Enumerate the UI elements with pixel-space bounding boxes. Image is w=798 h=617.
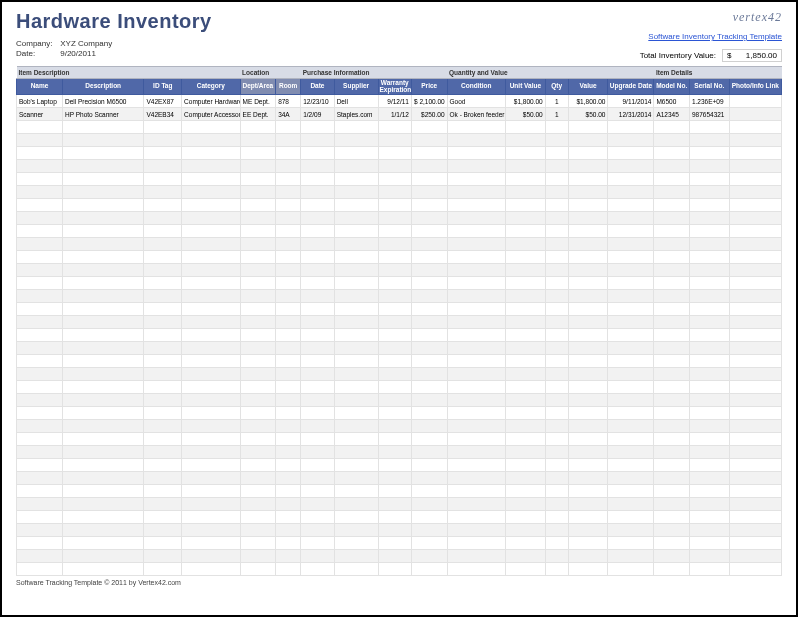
cell-qty[interactable]: [545, 147, 568, 160]
cell-value[interactable]: [568, 238, 608, 251]
cell-model[interactable]: [654, 121, 690, 134]
cell-warranty[interactable]: [378, 277, 411, 290]
cell-room[interactable]: 34A: [276, 108, 301, 121]
cell-price[interactable]: [411, 498, 447, 511]
cell-unit_value[interactable]: [506, 147, 546, 160]
cell-dept[interactable]: [240, 121, 276, 134]
cell-category[interactable]: [182, 277, 241, 290]
cell-room[interactable]: [276, 394, 301, 407]
cell-value[interactable]: [568, 160, 608, 173]
cell-id_tag[interactable]: [144, 290, 182, 303]
cell-room[interactable]: [276, 511, 301, 524]
cell-room[interactable]: [276, 433, 301, 446]
cell-value[interactable]: [568, 446, 608, 459]
cell-name[interactable]: [17, 303, 63, 316]
cell-category[interactable]: [182, 550, 241, 563]
cell-description[interactable]: [62, 550, 144, 563]
cell-qty[interactable]: [545, 433, 568, 446]
cell-warranty[interactable]: [378, 550, 411, 563]
cell-model[interactable]: [654, 563, 690, 576]
cell-photo[interactable]: [729, 485, 781, 498]
cell-description[interactable]: [62, 134, 144, 147]
cell-room[interactable]: [276, 550, 301, 563]
cell-supplier[interactable]: Staples.com: [334, 108, 378, 121]
cell-name[interactable]: [17, 264, 63, 277]
cell-supplier[interactable]: [334, 511, 378, 524]
cell-upgrade[interactable]: [608, 407, 654, 420]
cell-condition[interactable]: [447, 459, 506, 472]
cell-description[interactable]: [62, 368, 144, 381]
cell-warranty[interactable]: [378, 472, 411, 485]
cell-qty[interactable]: [545, 524, 568, 537]
cell-serial[interactable]: [689, 147, 729, 160]
cell-dept[interactable]: [240, 264, 276, 277]
cell-upgrade[interactable]: [608, 537, 654, 550]
cell-photo[interactable]: [729, 264, 781, 277]
cell-date[interactable]: [301, 160, 334, 173]
cell-room[interactable]: [276, 459, 301, 472]
cell-value[interactable]: [568, 537, 608, 550]
cell-dept[interactable]: [240, 394, 276, 407]
cell-serial[interactable]: [689, 225, 729, 238]
cell-model[interactable]: A12345: [654, 108, 690, 121]
cell-category[interactable]: [182, 329, 241, 342]
cell-value[interactable]: [568, 225, 608, 238]
cell-upgrade[interactable]: [608, 212, 654, 225]
cell-name[interactable]: [17, 446, 63, 459]
cell-id_tag[interactable]: [144, 342, 182, 355]
cell-room[interactable]: [276, 121, 301, 134]
cell-description[interactable]: [62, 433, 144, 446]
cell-dept[interactable]: [240, 186, 276, 199]
cell-dept[interactable]: [240, 147, 276, 160]
cell-name[interactable]: [17, 524, 63, 537]
cell-qty[interactable]: [545, 537, 568, 550]
cell-date[interactable]: [301, 420, 334, 433]
cell-date[interactable]: [301, 355, 334, 368]
cell-supplier[interactable]: [334, 498, 378, 511]
cell-qty[interactable]: [545, 225, 568, 238]
cell-name[interactable]: [17, 186, 63, 199]
cell-unit_value[interactable]: [506, 446, 546, 459]
cell-price[interactable]: [411, 537, 447, 550]
cell-supplier[interactable]: [334, 368, 378, 381]
cell-name[interactable]: [17, 485, 63, 498]
cell-photo[interactable]: [729, 407, 781, 420]
cell-condition[interactable]: [447, 355, 506, 368]
cell-price[interactable]: [411, 511, 447, 524]
cell-value[interactable]: [568, 121, 608, 134]
cell-price[interactable]: [411, 368, 447, 381]
cell-condition[interactable]: [447, 368, 506, 381]
cell-photo[interactable]: [729, 121, 781, 134]
cell-unit_value[interactable]: [506, 355, 546, 368]
cell-date[interactable]: [301, 173, 334, 186]
cell-category[interactable]: [182, 212, 241, 225]
cell-serial[interactable]: [689, 329, 729, 342]
cell-photo[interactable]: [729, 550, 781, 563]
cell-condition[interactable]: [447, 303, 506, 316]
cell-unit_value[interactable]: $50.00: [506, 108, 546, 121]
cell-value[interactable]: [568, 277, 608, 290]
cell-description[interactable]: [62, 121, 144, 134]
cell-category[interactable]: [182, 160, 241, 173]
cell-qty[interactable]: [545, 394, 568, 407]
cell-id_tag[interactable]: [144, 277, 182, 290]
cell-warranty[interactable]: [378, 186, 411, 199]
cell-unit_value[interactable]: [506, 433, 546, 446]
cell-value[interactable]: [568, 134, 608, 147]
cell-qty[interactable]: [545, 277, 568, 290]
cell-category[interactable]: [182, 498, 241, 511]
cell-name[interactable]: [17, 420, 63, 433]
cell-price[interactable]: [411, 524, 447, 537]
cell-serial[interactable]: [689, 212, 729, 225]
cell-warranty[interactable]: [378, 329, 411, 342]
cell-description[interactable]: [62, 355, 144, 368]
cell-serial[interactable]: [689, 472, 729, 485]
cell-id_tag[interactable]: [144, 394, 182, 407]
cell-value[interactable]: [568, 199, 608, 212]
cell-warranty[interactable]: [378, 537, 411, 550]
cell-name[interactable]: Scanner: [17, 108, 63, 121]
cell-unit_value[interactable]: [506, 251, 546, 264]
cell-warranty[interactable]: [378, 524, 411, 537]
cell-category[interactable]: [182, 303, 241, 316]
cell-description[interactable]: [62, 472, 144, 485]
